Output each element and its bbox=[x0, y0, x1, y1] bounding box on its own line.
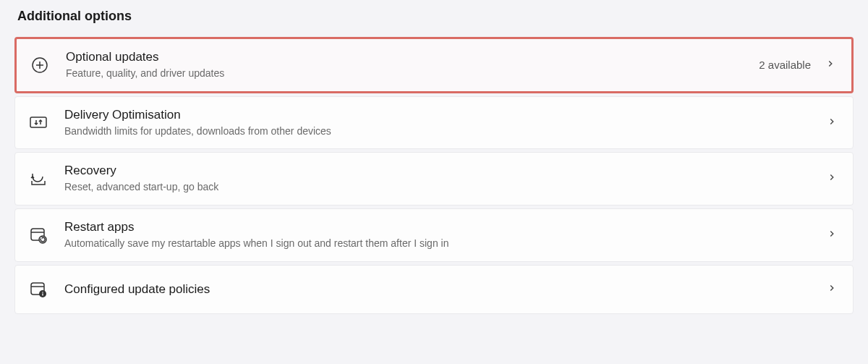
settings-list: Optional updates Feature, quality, and d… bbox=[14, 37, 854, 314]
item-text: Optional updates Feature, quality, and d… bbox=[66, 49, 759, 81]
svg-point-12 bbox=[42, 292, 43, 293]
delivery-icon bbox=[28, 113, 48, 133]
policies-icon bbox=[28, 279, 48, 300]
recovery-item[interactable]: Recovery Reset, advanced start-up, go ba… bbox=[14, 152, 854, 206]
section-header: Additional options bbox=[14, 9, 854, 24]
item-text: Delivery Optimisation Bandwidth limits f… bbox=[64, 107, 827, 139]
item-status: 2 available bbox=[759, 59, 811, 71]
item-title: Recovery bbox=[64, 163, 827, 179]
item-text: Recovery Reset, advanced start-up, go ba… bbox=[64, 163, 827, 195]
optional-updates-item[interactable]: Optional updates Feature, quality, and d… bbox=[14, 37, 854, 93]
svg-rect-3 bbox=[30, 117, 46, 127]
chevron-right-icon bbox=[827, 172, 837, 185]
item-text: Configured update policies bbox=[64, 282, 827, 297]
item-title: Configured update policies bbox=[64, 282, 827, 297]
restart-apps-icon bbox=[28, 225, 48, 245]
configured-update-policies-item[interactable]: Configured update policies bbox=[14, 265, 854, 314]
item-desc: Bandwidth limits for updates, downloads … bbox=[64, 124, 827, 139]
svg-rect-13 bbox=[42, 293, 43, 295]
item-title: Delivery Optimisation bbox=[64, 107, 827, 123]
chevron-right-icon bbox=[825, 59, 835, 72]
item-desc: Reset, advanced start-up, go back bbox=[64, 180, 827, 195]
item-desc: Automatically save my restartable apps w… bbox=[64, 237, 827, 251]
plus-circle-icon bbox=[30, 55, 50, 75]
restart-apps-item[interactable]: Restart apps Automatically save my resta… bbox=[14, 208, 854, 262]
item-title: Optional updates bbox=[66, 49, 759, 65]
chevron-right-icon bbox=[827, 283, 837, 296]
item-text: Restart apps Automatically save my resta… bbox=[64, 219, 827, 251]
chevron-right-icon bbox=[827, 229, 837, 242]
item-desc: Feature, quality, and driver updates bbox=[66, 67, 759, 81]
recovery-icon bbox=[28, 169, 48, 189]
item-title: Restart apps bbox=[64, 219, 827, 235]
chevron-right-icon bbox=[827, 117, 837, 130]
delivery-optimisation-item[interactable]: Delivery Optimisation Bandwidth limits f… bbox=[14, 96, 854, 150]
